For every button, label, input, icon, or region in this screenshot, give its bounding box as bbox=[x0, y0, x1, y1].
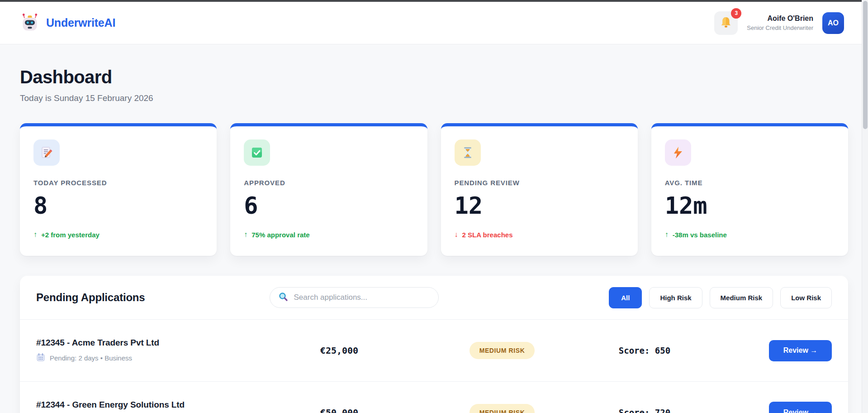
robot-logo-icon bbox=[20, 12, 40, 34]
stat-card-pending-review: PENDING REVIEW 12 ↓ 2 SLA breaches bbox=[441, 123, 638, 256]
page-title: Dashboard bbox=[20, 67, 848, 87]
risk-filters: All High Risk Medium Risk Low Risk bbox=[609, 287, 832, 308]
arrow-up-icon: ↑ bbox=[244, 231, 247, 239]
panel-title: Pending Applications bbox=[36, 291, 145, 304]
brand[interactable]: UnderwriteAI bbox=[20, 12, 115, 34]
application-row: #12344 - Green Energy Solutions Ltd bbox=[20, 381, 848, 413]
review-button[interactable]: Review → bbox=[769, 402, 832, 413]
panel-header: Pending Applications All High Risk Mediu… bbox=[20, 276, 848, 320]
window-top-border bbox=[0, 0, 862, 2]
review-button[interactable]: Review → bbox=[769, 340, 832, 361]
notifications-button[interactable]: 3 bbox=[714, 11, 738, 35]
arrow-up-icon: ↑ bbox=[33, 231, 37, 239]
filter-medium-risk[interactable]: Medium Risk bbox=[710, 287, 773, 308]
filter-all[interactable]: All bbox=[609, 287, 642, 308]
stat-trend-text: 2 SLA breaches bbox=[462, 231, 513, 239]
application-amount: €25,000 bbox=[280, 345, 398, 356]
risk-badge: MEDIUM RISK bbox=[470, 404, 535, 413]
memo-icon bbox=[33, 139, 60, 166]
stat-value: 12 bbox=[455, 192, 624, 219]
risk-badge: MEDIUM RISK bbox=[470, 342, 535, 359]
stat-card-approved: APPROVED 6 ↑ 75% approval rate bbox=[230, 123, 427, 256]
application-meta-text: Pending: 2 days • Business bbox=[50, 354, 132, 362]
page-subtitle: Today is Sunday 15 February 2026 bbox=[20, 93, 848, 103]
application-title: #12344 - Green Energy Solutions Ltd bbox=[36, 400, 280, 410]
application-meta: Pending: 2 days • Business bbox=[36, 353, 280, 363]
bell-icon bbox=[720, 16, 732, 30]
application-info: #12345 - Acme Traders Pvt Ltd Pending: 2… bbox=[36, 338, 280, 363]
app-header: UnderwriteAI 3 Aoife O'Brien Senior Cred… bbox=[0, 2, 868, 44]
application-row: #12345 - Acme Traders Pvt Ltd Pending: 2… bbox=[20, 320, 848, 381]
stat-card-today-processed: TODAY PROCESSED 8 ↑ +2 from yesterday bbox=[20, 123, 217, 256]
scrollbar[interactable] bbox=[862, 0, 868, 413]
stat-value: 8 bbox=[33, 192, 203, 219]
filter-high-risk[interactable]: High Risk bbox=[649, 287, 702, 308]
user-role: Senior Credit Underwriter bbox=[747, 24, 813, 32]
scrollbar-thumb[interactable] bbox=[863, 1, 868, 129]
lightning-icon bbox=[665, 139, 691, 166]
stat-trend-text: 75% approval rate bbox=[251, 231, 309, 239]
user-name: Aoife O'Brien bbox=[747, 14, 813, 23]
brand-title: UnderwriteAI bbox=[46, 16, 115, 29]
filter-low-risk[interactable]: Low Risk bbox=[780, 287, 832, 308]
avatar[interactable]: AO bbox=[822, 12, 844, 34]
search-input[interactable] bbox=[294, 293, 430, 302]
search-box[interactable] bbox=[270, 287, 439, 308]
calendar-icon bbox=[36, 353, 45, 363]
application-score: Score: 650 bbox=[606, 346, 683, 355]
arrow-up-icon: ↑ bbox=[665, 231, 669, 239]
stat-label: AVG. TIME bbox=[665, 179, 835, 187]
application-info: #12344 - Green Energy Solutions Ltd bbox=[36, 400, 280, 413]
notification-count-badge: 3 bbox=[731, 8, 741, 19]
stat-trend: ↑ +2 from yesterday bbox=[33, 231, 203, 239]
stat-trend: ↑ -38m vs baseline bbox=[665, 231, 835, 239]
stats-row: TODAY PROCESSED 8 ↑ +2 from yesterday AP… bbox=[20, 123, 848, 256]
pending-applications-panel: Pending Applications All High Risk Mediu… bbox=[20, 276, 848, 413]
stat-card-avg-time: AVG. TIME 12m ↑ -38m vs baseline bbox=[651, 123, 848, 256]
application-amount: €50,000 bbox=[280, 407, 398, 413]
main-content: Dashboard Today is Sunday 15 February 20… bbox=[0, 67, 868, 413]
check-icon bbox=[244, 139, 270, 166]
stat-label: APPROVED bbox=[244, 179, 413, 187]
stat-trend: ↓ 2 SLA breaches bbox=[455, 231, 624, 239]
stat-label: PENDING REVIEW bbox=[455, 179, 624, 187]
stat-value: 12m bbox=[665, 192, 835, 219]
arrow-down-icon: ↓ bbox=[455, 231, 458, 239]
application-score: Score: 720 bbox=[606, 408, 683, 413]
application-title: #12345 - Acme Traders Pvt Ltd bbox=[36, 338, 280, 348]
stat-trend: ↑ 75% approval rate bbox=[244, 231, 413, 239]
hourglass-icon bbox=[455, 139, 481, 166]
search-icon bbox=[278, 292, 288, 303]
stat-value: 6 bbox=[244, 192, 413, 219]
stat-trend-text: -38m vs baseline bbox=[673, 231, 727, 239]
user-info: Aoife O'Brien Senior Credit Underwriter bbox=[747, 14, 813, 32]
stat-trend-text: +2 from yesterday bbox=[41, 231, 100, 239]
stat-label: TODAY PROCESSED bbox=[33, 179, 203, 187]
